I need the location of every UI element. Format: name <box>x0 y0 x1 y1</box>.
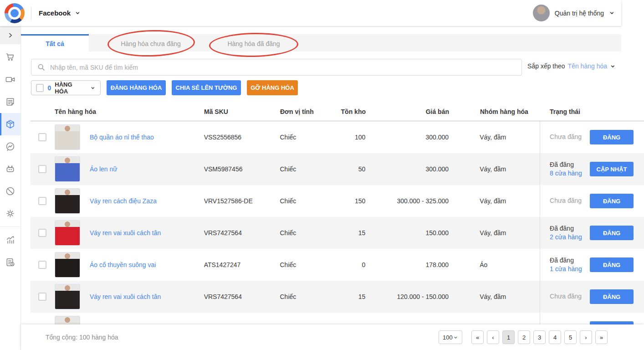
channel-dropdown[interactable]: Facebook <box>39 9 81 17</box>
header-unit: Đơn vị tính <box>280 108 326 115</box>
status-shop-link[interactable]: 1 cửa hàng <box>550 265 590 273</box>
product-stock: 0 <box>325 261 365 268</box>
search-box <box>31 59 522 76</box>
table-row: Bộ quần áo nỉ thể thao VSS2556856 Chiếc … <box>31 121 644 153</box>
product-stock: 150 <box>325 197 365 205</box>
tab-published[interactable]: Hàng hóa đã đăng <box>213 34 295 51</box>
sidebar <box>0 26 21 350</box>
pagination-prev-button[interactable]: ‹ <box>487 330 499 344</box>
header-price: Giá bán <box>366 108 449 115</box>
table-row: Váy ren cách điệu Zaza VRV1527586-DE Chi… <box>31 185 644 217</box>
search-input[interactable] <box>50 64 516 71</box>
video-icon <box>5 74 15 85</box>
pagination-last-button[interactable]: » <box>595 330 608 344</box>
table-header: Tên hàng hóa Mã SKU Đơn vị tính Tồn kho … <box>31 103 644 121</box>
sort-dropdown[interactable]: Sắp xếp theo Tên hàng hóa <box>527 62 616 70</box>
user-menu[interactable]: Quản trị hệ thống <box>533 5 615 21</box>
page-size-select[interactable]: 100 <box>439 330 462 344</box>
share-to-wall-button[interactable]: CHIA SẺ LÊN TƯỜNG <box>172 80 241 95</box>
sidebar-item-products[interactable] <box>0 113 20 135</box>
header-group: Nhóm hàng hóa <box>449 108 540 115</box>
sidebar-item-livestream[interactable] <box>0 68 20 91</box>
product-name-link[interactable]: Váy ren vai xuôi cách tân <box>90 229 161 237</box>
row-action-button[interactable]: ĐĂNG <box>590 130 634 144</box>
bulk-select-dropdown[interactable]: 0 HÀNG HÓA <box>31 80 101 95</box>
product-image <box>55 252 80 278</box>
pagination-next-button[interactable]: › <box>580 330 592 344</box>
sidebar-item-posts[interactable] <box>0 91 20 113</box>
report-icon <box>5 257 15 268</box>
product-name-link[interactable]: Váy ren cách điệu Zaza <box>90 197 157 205</box>
product-group: Váy, đầm <box>449 165 540 173</box>
cart-icon <box>5 52 15 62</box>
sidebar-item-settings[interactable] <box>0 202 20 225</box>
row-checkbox[interactable] <box>38 229 46 237</box>
row-action-button[interactable]: ĐĂNG <box>590 257 634 272</box>
sidebar-item-blocked[interactable] <box>0 180 20 202</box>
analytics-icon <box>5 235 15 245</box>
status-text: Chưa đăng <box>550 293 590 301</box>
pagination-page-button-1[interactable]: 1 <box>502 330 515 344</box>
pagination-first-button[interactable]: « <box>471 330 484 344</box>
tab-unpublished[interactable]: Hàng hóa chưa đăng <box>89 34 213 51</box>
row-action-button[interactable]: ĐĂNG <box>590 289 634 304</box>
product-sku: ATS1427247 <box>204 261 280 268</box>
product-group: Váy, đầm <box>449 197 540 205</box>
row-checkbox[interactable] <box>38 197 46 205</box>
bulk-select-checkbox[interactable] <box>36 84 44 92</box>
app-logo <box>5 3 25 23</box>
product-price: 300.000 <box>365 165 449 173</box>
row-action-button[interactable]: ĐĂNG <box>590 194 634 208</box>
header-stock: Tồn kho <box>326 108 366 115</box>
row-checkbox[interactable] <box>38 133 46 141</box>
pagination-page-button-5[interactable]: 5 <box>564 330 577 344</box>
tab-all[interactable]: Tất cả <box>21 34 89 51</box>
product-image <box>55 156 80 182</box>
product-image <box>55 316 80 324</box>
tabbar: Tất cả Hàng hóa chưa đăng Hàng hóa đã đă… <box>21 34 621 51</box>
product-name-link[interactable]: Váy ren vai xuôi cách tân <box>90 293 161 300</box>
chevron-down-icon <box>453 335 458 340</box>
search-icon <box>37 63 46 72</box>
table-row-partial: ĐĂNG <box>31 313 644 324</box>
product-price: 150.000 <box>365 229 449 237</box>
row-checkbox[interactable] <box>38 165 46 173</box>
selected-label: HÀNG HÓA <box>55 81 86 95</box>
page-size-value: 100 <box>443 334 453 341</box>
product-sku: VRS7427564 <box>204 293 280 300</box>
sidebar-item-messages[interactable] <box>0 135 20 158</box>
status-shop-link[interactable]: 8 cửa hàng <box>550 170 590 178</box>
product-image <box>55 284 80 309</box>
sidebar-item-chatbot[interactable] <box>0 158 20 180</box>
products-box-icon <box>5 119 15 129</box>
status-text: Đã đăng <box>550 257 590 265</box>
product-name-link[interactable]: Bộ quần áo nỉ thể thao <box>90 134 154 141</box>
chevron-down-icon <box>609 10 615 16</box>
sidebar-collapse-button[interactable] <box>0 26 20 44</box>
product-unit: Chiếc <box>280 261 325 268</box>
table-body: Bộ quần áo nỉ thể thao VSS2556856 Chiếc … <box>31 121 644 324</box>
remove-products-button[interactable]: GỠ HÀNG HÓA <box>247 80 298 95</box>
product-name-link[interactable]: Áo len nữ <box>90 165 118 173</box>
row-checkbox[interactable] <box>38 261 46 269</box>
sidebar-item-analytics[interactable] <box>0 229 20 251</box>
row-checkbox[interactable] <box>38 293 46 301</box>
product-unit: Chiếc <box>280 197 325 205</box>
row-action-button[interactable]: ĐĂNG <box>590 226 634 240</box>
publish-products-button[interactable]: ĐĂNG HÀNG HÓA <box>107 80 166 95</box>
row-action-button[interactable]: ĐĂNG <box>590 321 634 324</box>
product-image <box>55 220 80 246</box>
status-shop-link[interactable]: 2 cửa hàng <box>550 233 590 242</box>
pagination-page-button-3[interactable]: 3 <box>533 330 546 344</box>
product-name-link[interactable]: Áo cổ thuyền suông vai <box>90 261 156 268</box>
row-action-button[interactable]: CẬP NHẬT <box>590 162 634 176</box>
blocked-icon <box>5 186 15 196</box>
sidebar-item-orders[interactable] <box>0 46 20 68</box>
channel-name: Facebook <box>39 9 71 17</box>
header-status: Trạng thái <box>540 108 644 115</box>
pagination-page-button-4[interactable]: 4 <box>549 330 561 344</box>
sidebar-item-reports[interactable] <box>0 251 20 273</box>
pagination-page-button-2[interactable]: 2 <box>518 330 530 344</box>
total-count-label: Tổng cộng: 100 hàng hóa <box>46 334 118 341</box>
header-name: Tên hàng hóa <box>55 108 204 115</box>
